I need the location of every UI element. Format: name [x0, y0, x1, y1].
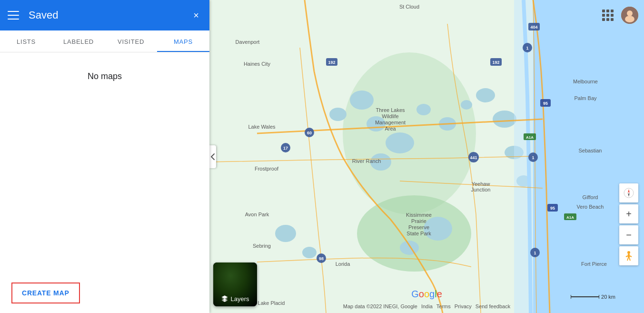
svg-line-84: [626, 256, 628, 257]
map-attribution: Map data ©2022 INEGI, Google India Terms…: [343, 303, 510, 309]
sidebar: Saved × LISTS LABELED VISITED MAPS No ma…: [0, 0, 209, 313]
svg-text:404: 404: [530, 25, 537, 30]
svg-text:Frostproof: Frostproof: [255, 166, 279, 172]
svg-text:Preserve: Preserve: [408, 224, 429, 230]
sidebar-title: Saved: [29, 9, 190, 21]
sidebar-content: No maps: [0, 52, 209, 273]
svg-text:95: 95: [550, 206, 555, 211]
svg-text:17: 17: [283, 146, 288, 151]
svg-text:Melbourne: Melbourne: [573, 79, 598, 84]
svg-point-78: [625, 16, 634, 22]
svg-text:1: 1: [532, 155, 534, 160]
pegman-button[interactable]: [619, 246, 638, 265]
zoom-in-button[interactable]: +: [619, 204, 638, 223]
svg-point-13: [476, 88, 495, 102]
map-controls: + −: [619, 183, 638, 265]
svg-point-82: [627, 251, 630, 254]
google-logo: G o o g l e: [411, 289, 442, 300]
tab-labeled[interactable]: LABELED: [52, 30, 105, 52]
svg-text:192: 192: [328, 60, 335, 65]
svg-text:Gifford: Gifford: [583, 194, 598, 200]
svg-text:Palm Bay: Palm Bay: [574, 95, 597, 101]
svg-text:A1A: A1A: [526, 135, 534, 140]
svg-text:192: 192: [492, 60, 499, 65]
svg-text:Sebastian: Sebastian: [579, 148, 602, 153]
svg-point-14: [493, 111, 516, 128]
tab-visited[interactable]: VISITED: [105, 30, 157, 52]
create-map-button[interactable]: CREATE MAP: [11, 283, 80, 303]
svg-text:98: 98: [319, 256, 324, 261]
layers-icon-row: Layers: [221, 295, 249, 303]
svg-text:Management: Management: [375, 120, 406, 125]
layers-label: Layers: [230, 295, 249, 303]
svg-text:Lake Placid: Lake Placid: [258, 300, 285, 306]
tabs-bar: LISTS LABELED VISITED MAPS: [0, 30, 209, 52]
svg-text:Wildlife: Wildlife: [382, 113, 398, 119]
map-svg: 192 192 404 95 95 1 1 1 17 60: [209, 0, 644, 313]
svg-point-3: [343, 52, 476, 214]
compass-button[interactable]: [619, 183, 638, 202]
svg-text:Area: Area: [385, 126, 396, 131]
svg-text:Prairie: Prairie: [411, 218, 426, 224]
svg-point-19: [275, 225, 296, 242]
google-logo-g: G: [411, 289, 419, 300]
svg-text:60: 60: [307, 131, 312, 135]
tab-maps[interactable]: MAPS: [157, 30, 209, 52]
svg-text:Three Lakes: Three Lakes: [376, 107, 405, 113]
zoom-out-button[interactable]: −: [619, 225, 638, 244]
svg-text:Lake Wales: Lake Wales: [248, 124, 276, 130]
svg-text:A1A: A1A: [566, 215, 574, 220]
scale-bar: 20 km: [571, 294, 615, 300]
google-logo-o2: o: [424, 289, 429, 300]
svg-point-18: [400, 241, 419, 255]
svg-text:Vero Beach: Vero Beach: [577, 204, 604, 210]
svg-text:Avon Park: Avon Park: [245, 212, 269, 217]
svg-text:95: 95: [543, 101, 548, 106]
terms-link[interactable]: Terms: [436, 303, 451, 309]
map-area[interactable]: 192 192 404 95 95 1 1 1 17 60: [209, 0, 644, 313]
svg-point-5: [350, 91, 374, 110]
no-maps-message: No maps: [88, 71, 122, 81]
svg-point-10: [416, 104, 431, 115]
attribution-text: Map data ©2022 INEGI, Google: [343, 303, 417, 309]
top-right-controls: [598, 6, 638, 25]
sidebar-footer: CREATE MAP: [0, 273, 209, 313]
svg-point-77: [627, 10, 633, 16]
svg-text:Fort Pierce: Fort Pierce: [581, 261, 607, 267]
svg-text:Junction: Junction: [471, 187, 491, 192]
svg-point-6: [329, 108, 347, 121]
svg-text:Davenport: Davenport: [236, 39, 260, 45]
svg-point-12: [461, 100, 472, 110]
svg-text:Kissimmee: Kissimmee: [406, 212, 432, 218]
svg-line-87: [629, 258, 630, 261]
svg-text:Lorida: Lorida: [336, 261, 350, 267]
svg-rect-83: [628, 254, 630, 258]
user-avatar[interactable]: [621, 7, 638, 24]
svg-point-8: [386, 132, 414, 153]
sidebar-header: Saved ×: [0, 0, 209, 30]
tab-lists[interactable]: LISTS: [0, 30, 52, 52]
apps-icon[interactable]: [598, 6, 617, 25]
hamburger-menu-icon[interactable]: [8, 11, 19, 20]
google-logo-o1: o: [419, 289, 424, 300]
feedback-link[interactable]: Send feedback: [476, 303, 510, 309]
google-logo-e: e: [437, 289, 442, 300]
svg-text:State Park: State Park: [406, 231, 431, 236]
svg-text:441: 441: [470, 155, 477, 160]
svg-text:St Cloud: St Cloud: [399, 4, 419, 10]
svg-text:River Ranch: River Ranch: [352, 158, 381, 164]
svg-text:Sebring: Sebring: [253, 243, 271, 249]
svg-point-20: [302, 247, 317, 258]
google-logo-g2: g: [429, 289, 435, 300]
svg-text:Haines City: Haines City: [244, 61, 271, 67]
svg-text:1: 1: [526, 46, 528, 50]
svg-text:Yeehaw: Yeehaw: [472, 181, 490, 187]
scale-label: 20 km: [601, 294, 615, 300]
collapse-sidebar-button[interactable]: [209, 145, 216, 168]
svg-line-85: [630, 256, 632, 257]
privacy-link[interactable]: Privacy: [455, 303, 472, 309]
svg-line-86: [627, 258, 628, 261]
close-icon[interactable]: ×: [190, 10, 202, 21]
layers-button[interactable]: Layers: [213, 263, 257, 306]
india-link[interactable]: India: [421, 303, 433, 309]
